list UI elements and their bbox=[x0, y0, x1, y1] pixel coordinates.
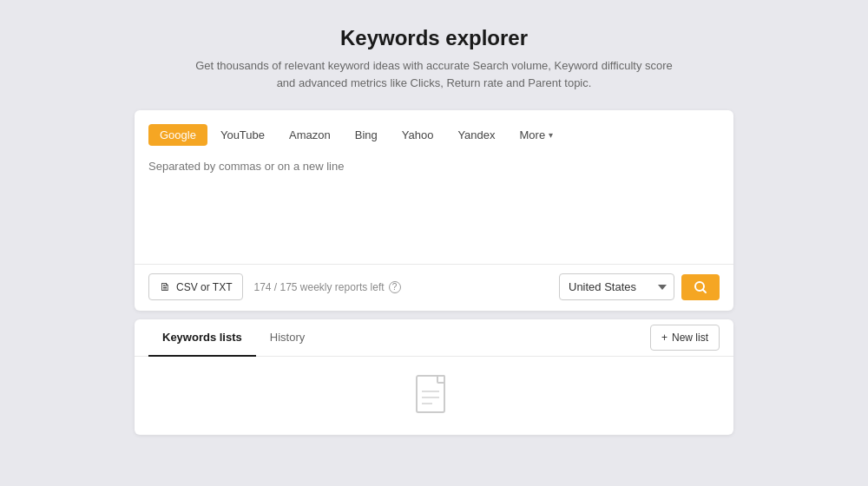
reports-text: 174 / 175 weekly reports left bbox=[253, 281, 384, 293]
page-title: Keywords explorer bbox=[191, 26, 677, 50]
tab-yandex[interactable]: Yandex bbox=[446, 124, 506, 146]
keywords-input[interactable] bbox=[148, 154, 720, 250]
tab-more[interactable]: More ▾ bbox=[509, 124, 565, 146]
bottom-tabs-row: Keywords lists History + New list bbox=[135, 319, 733, 357]
svg-rect-3 bbox=[437, 376, 444, 383]
tab-keywords-lists[interactable]: Keywords lists bbox=[148, 319, 256, 357]
search-section: Google YouTube Amazon Bing Yahoo Yandex … bbox=[135, 110, 733, 265]
tab-history[interactable]: History bbox=[256, 319, 319, 357]
search-button[interactable] bbox=[681, 274, 720, 300]
right-actions: United States United Kingdom Canada Aust… bbox=[559, 273, 720, 300]
bottom-tab-actions: + New list bbox=[650, 325, 720, 351]
file-icon: 🗎 bbox=[160, 280, 171, 293]
search-icon bbox=[694, 280, 707, 294]
search-tabs: Google YouTube Amazon Bing Yahoo Yandex … bbox=[148, 124, 720, 146]
new-list-label: New list bbox=[672, 332, 708, 344]
reports-info: 174 / 175 weekly reports left ? bbox=[253, 281, 400, 293]
chevron-down-icon: ▾ bbox=[549, 130, 553, 140]
tab-amazon[interactable]: Amazon bbox=[278, 124, 342, 146]
new-list-button[interactable]: + New list bbox=[650, 325, 720, 351]
tab-youtube[interactable]: YouTube bbox=[209, 124, 276, 146]
empty-state-icon bbox=[415, 374, 453, 423]
plus-icon: + bbox=[661, 332, 667, 344]
bottom-content bbox=[135, 357, 733, 435]
svg-line-1 bbox=[703, 289, 707, 292]
country-select[interactable]: United States United Kingdom Canada Aust… bbox=[559, 273, 674, 300]
tab-google[interactable]: Google bbox=[148, 124, 207, 146]
search-card-container: Google YouTube Amazon Bing Yahoo Yandex … bbox=[135, 110, 733, 311]
bottom-card: Keywords lists History + New list bbox=[135, 319, 733, 435]
help-icon[interactable]: ? bbox=[389, 281, 401, 293]
page-wrapper: Keywords explorer Get thousands of relev… bbox=[0, 0, 868, 486]
header-section: Keywords explorer Get thousands of relev… bbox=[191, 26, 677, 91]
tab-yahoo[interactable]: Yahoo bbox=[391, 124, 445, 146]
csv-upload-button[interactable]: 🗎 CSV or TXT bbox=[148, 273, 243, 300]
csv-label: CSV or TXT bbox=[176, 281, 232, 293]
search-footer: 🗎 CSV or TXT 174 / 175 weekly reports le… bbox=[135, 265, 733, 311]
tab-bing[interactable]: Bing bbox=[344, 124, 389, 146]
page-subtitle: Get thousands of relevant keyword ideas … bbox=[191, 57, 677, 91]
